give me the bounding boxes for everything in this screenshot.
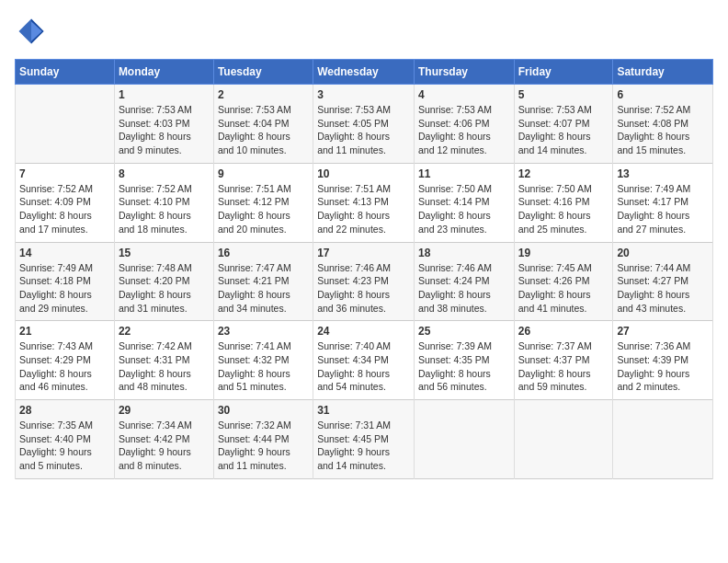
day-cell: 29Sunrise: 7:34 AMSunset: 4:42 PMDayligh… [114, 400, 213, 479]
day-number: 8 [119, 167, 210, 180]
day-number: 18 [418, 247, 510, 259]
day-number: 23 [218, 325, 309, 338]
header-friday: Friday [514, 60, 613, 85]
day-number: 24 [317, 325, 410, 338]
day-cell: 26Sunrise: 7:37 AMSunset: 4:37 PMDayligh… [514, 321, 613, 400]
day-number: 12 [518, 167, 609, 180]
day-cell: 20Sunrise: 7:44 AMSunset: 4:27 PMDayligh… [613, 242, 713, 321]
day-info: Sunrise: 7:53 AMSunset: 4:05 PMDaylight:… [317, 103, 410, 157]
day-number: 2 [218, 88, 309, 101]
week-row-2: 7Sunrise: 7:52 AMSunset: 4:09 PMDaylight… [16, 163, 713, 242]
day-number: 1 [119, 88, 210, 101]
day-cell [613, 400, 713, 479]
day-info: Sunrise: 7:46 AMSunset: 4:23 PMDaylight:… [317, 261, 410, 316]
day-info: Sunrise: 7:39 AMSunset: 4:35 PMDaylight:… [418, 339, 510, 394]
day-number: 3 [317, 88, 410, 101]
logo-icon [15, 15, 48, 48]
day-info: Sunrise: 7:40 AMSunset: 4:34 PMDaylight:… [317, 339, 410, 394]
day-info: Sunrise: 7:44 AMSunset: 4:27 PMDaylight:… [617, 261, 709, 316]
week-row-3: 14Sunrise: 7:49 AMSunset: 4:18 PMDayligh… [16, 242, 713, 321]
day-info: Sunrise: 7:47 AMSunset: 4:21 PMDaylight:… [218, 261, 309, 316]
day-cell: 30Sunrise: 7:32 AMSunset: 4:44 PMDayligh… [213, 400, 313, 479]
day-info: Sunrise: 7:31 AMSunset: 4:45 PMDaylight:… [317, 419, 410, 473]
day-info: Sunrise: 7:52 AMSunset: 4:10 PMDaylight:… [119, 182, 210, 236]
calendar-table: SundayMondayTuesdayWednesdayThursdayFrid… [15, 59, 713, 479]
header-saturday: Saturday [613, 60, 713, 85]
day-info: Sunrise: 7:32 AMSunset: 4:44 PMDaylight:… [218, 419, 309, 473]
day-info: Sunrise: 7:49 AMSunset: 4:17 PMDaylight:… [617, 182, 709, 236]
day-cell: 28Sunrise: 7:35 AMSunset: 4:40 PMDayligh… [16, 400, 115, 479]
day-number: 25 [418, 325, 510, 338]
day-cell: 13Sunrise: 7:49 AMSunset: 4:17 PMDayligh… [613, 163, 713, 242]
day-number: 15 [119, 247, 210, 259]
day-cell: 8Sunrise: 7:52 AMSunset: 4:10 PMDaylight… [114, 163, 213, 242]
day-info: Sunrise: 7:49 AMSunset: 4:18 PMDaylight:… [19, 261, 110, 316]
day-info: Sunrise: 7:51 AMSunset: 4:13 PMDaylight:… [317, 182, 410, 236]
page-header [15, 15, 713, 48]
day-info: Sunrise: 7:53 AMSunset: 4:03 PMDaylight:… [119, 103, 210, 157]
day-cell [16, 85, 115, 164]
day-number: 29 [119, 404, 210, 417]
header-wednesday: Wednesday [313, 60, 415, 85]
day-cell: 17Sunrise: 7:46 AMSunset: 4:23 PMDayligh… [313, 242, 415, 321]
day-number: 7 [19, 167, 110, 180]
day-cell: 9Sunrise: 7:51 AMSunset: 4:12 PMDaylight… [213, 163, 313, 242]
day-cell: 16Sunrise: 7:47 AMSunset: 4:21 PMDayligh… [213, 242, 313, 321]
day-cell [514, 400, 613, 479]
day-cell: 7Sunrise: 7:52 AMSunset: 4:09 PMDaylight… [16, 163, 115, 242]
day-info: Sunrise: 7:37 AMSunset: 4:37 PMDaylight:… [518, 339, 609, 394]
day-number: 30 [218, 404, 309, 417]
day-cell: 3Sunrise: 7:53 AMSunset: 4:05 PMDaylight… [313, 85, 415, 164]
day-cell: 2Sunrise: 7:53 AMSunset: 4:04 PMDaylight… [213, 85, 313, 164]
logo [15, 15, 51, 48]
day-cell: 31Sunrise: 7:31 AMSunset: 4:45 PMDayligh… [313, 400, 415, 479]
day-number: 22 [119, 325, 210, 338]
day-number: 21 [19, 325, 110, 338]
day-cell: 23Sunrise: 7:41 AMSunset: 4:32 PMDayligh… [213, 321, 313, 400]
day-number: 4 [418, 88, 510, 101]
day-info: Sunrise: 7:50 AMSunset: 4:16 PMDaylight:… [518, 182, 609, 236]
day-info: Sunrise: 7:34 AMSunset: 4:42 PMDaylight:… [119, 419, 210, 473]
day-info: Sunrise: 7:45 AMSunset: 4:26 PMDaylight:… [518, 261, 609, 316]
day-cell: 21Sunrise: 7:43 AMSunset: 4:29 PMDayligh… [16, 321, 115, 400]
day-cell: 12Sunrise: 7:50 AMSunset: 4:16 PMDayligh… [514, 163, 613, 242]
day-number: 6 [617, 88, 709, 101]
day-cell: 15Sunrise: 7:48 AMSunset: 4:20 PMDayligh… [114, 242, 213, 321]
day-number: 28 [19, 404, 110, 417]
day-cell: 18Sunrise: 7:46 AMSunset: 4:24 PMDayligh… [414, 242, 514, 321]
day-info: Sunrise: 7:46 AMSunset: 4:24 PMDaylight:… [418, 261, 510, 316]
week-row-4: 21Sunrise: 7:43 AMSunset: 4:29 PMDayligh… [16, 321, 713, 400]
day-number: 9 [218, 167, 309, 180]
day-cell [414, 400, 514, 479]
day-number: 31 [317, 404, 410, 417]
day-number: 17 [317, 247, 410, 259]
day-info: Sunrise: 7:51 AMSunset: 4:12 PMDaylight:… [218, 182, 309, 236]
day-info: Sunrise: 7:42 AMSunset: 4:31 PMDaylight:… [119, 339, 210, 394]
day-info: Sunrise: 7:53 AMSunset: 4:06 PMDaylight:… [418, 103, 510, 157]
day-number: 26 [518, 325, 609, 338]
week-row-5: 28Sunrise: 7:35 AMSunset: 4:40 PMDayligh… [16, 400, 713, 479]
day-info: Sunrise: 7:53 AMSunset: 4:07 PMDaylight:… [518, 103, 609, 157]
day-number: 20 [617, 247, 709, 259]
day-cell: 10Sunrise: 7:51 AMSunset: 4:13 PMDayligh… [313, 163, 415, 242]
header-sunday: Sunday [16, 60, 115, 85]
day-info: Sunrise: 7:41 AMSunset: 4:32 PMDaylight:… [218, 339, 309, 394]
day-number: 13 [617, 167, 709, 180]
day-number: 27 [617, 325, 709, 338]
day-number: 11 [418, 167, 510, 180]
calendar-header-row: SundayMondayTuesdayWednesdayThursdayFrid… [16, 60, 713, 85]
day-info: Sunrise: 7:53 AMSunset: 4:04 PMDaylight:… [218, 103, 309, 157]
day-number: 10 [317, 167, 410, 180]
day-cell: 11Sunrise: 7:50 AMSunset: 4:14 PMDayligh… [414, 163, 514, 242]
day-info: Sunrise: 7:52 AMSunset: 4:09 PMDaylight:… [19, 182, 110, 236]
day-info: Sunrise: 7:43 AMSunset: 4:29 PMDaylight:… [19, 339, 110, 394]
day-cell: 27Sunrise: 7:36 AMSunset: 4:39 PMDayligh… [613, 321, 713, 400]
day-cell: 24Sunrise: 7:40 AMSunset: 4:34 PMDayligh… [313, 321, 415, 400]
day-cell: 1Sunrise: 7:53 AMSunset: 4:03 PMDaylight… [114, 85, 213, 164]
day-number: 5 [518, 88, 609, 101]
day-cell: 6Sunrise: 7:52 AMSunset: 4:08 PMDaylight… [613, 85, 713, 164]
day-cell: 4Sunrise: 7:53 AMSunset: 4:06 PMDaylight… [414, 85, 514, 164]
header-monday: Monday [114, 60, 213, 85]
header-thursday: Thursday [414, 60, 514, 85]
day-cell: 14Sunrise: 7:49 AMSunset: 4:18 PMDayligh… [16, 242, 115, 321]
